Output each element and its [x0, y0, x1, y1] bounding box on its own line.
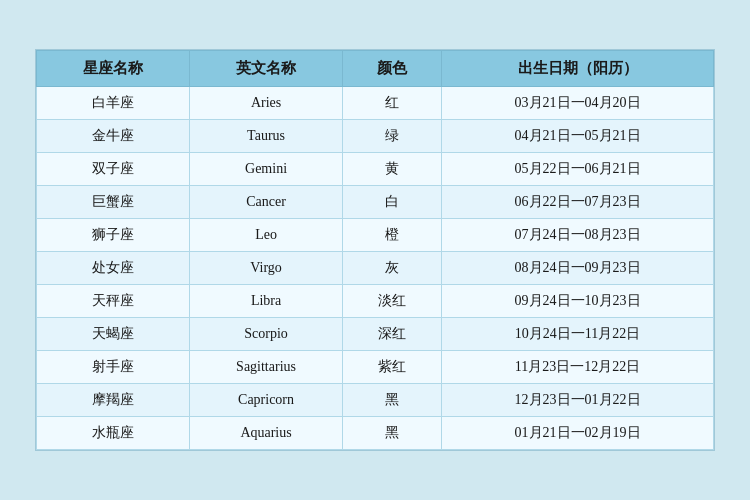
cell-english-name: Gemini [190, 153, 343, 186]
table-body: 白羊座Aries红03月21日一04月20日金牛座Taurus绿04月21日一0… [37, 87, 714, 450]
cell-chinese-name: 天蝎座 [37, 318, 190, 351]
cell-chinese-name: 双子座 [37, 153, 190, 186]
zodiac-table: 星座名称 英文名称 颜色 出生日期（阳历） 白羊座Aries红03月21日一04… [36, 50, 714, 450]
cell-english-name: Aries [190, 87, 343, 120]
table-row: 金牛座Taurus绿04月21日一05月21日 [37, 120, 714, 153]
cell-color: 深红 [343, 318, 442, 351]
cell-color: 黑 [343, 384, 442, 417]
cell-color: 淡红 [343, 285, 442, 318]
header-chinese-name: 星座名称 [37, 51, 190, 87]
cell-dates: 12月23日一01月22日 [442, 384, 714, 417]
header-dates: 出生日期（阳历） [442, 51, 714, 87]
cell-dates: 10月24日一11月22日 [442, 318, 714, 351]
cell-dates: 06月22日一07月23日 [442, 186, 714, 219]
header-english-name: 英文名称 [190, 51, 343, 87]
cell-english-name: Virgo [190, 252, 343, 285]
table-row: 天秤座Libra淡红09月24日一10月23日 [37, 285, 714, 318]
table-row: 水瓶座Aquarius黑01月21日一02月19日 [37, 417, 714, 450]
cell-color: 灰 [343, 252, 442, 285]
cell-chinese-name: 射手座 [37, 351, 190, 384]
cell-english-name: Scorpio [190, 318, 343, 351]
cell-chinese-name: 处女座 [37, 252, 190, 285]
cell-english-name: Libra [190, 285, 343, 318]
table-row: 处女座Virgo灰08月24日一09月23日 [37, 252, 714, 285]
table-header-row: 星座名称 英文名称 颜色 出生日期（阳历） [37, 51, 714, 87]
table-row: 双子座Gemini黄05月22日一06月21日 [37, 153, 714, 186]
cell-chinese-name: 水瓶座 [37, 417, 190, 450]
cell-color: 橙 [343, 219, 442, 252]
cell-chinese-name: 狮子座 [37, 219, 190, 252]
cell-dates: 01月21日一02月19日 [442, 417, 714, 450]
cell-color: 红 [343, 87, 442, 120]
cell-dates: 08月24日一09月23日 [442, 252, 714, 285]
cell-english-name: Aquarius [190, 417, 343, 450]
cell-chinese-name: 白羊座 [37, 87, 190, 120]
cell-color: 黄 [343, 153, 442, 186]
cell-color: 绿 [343, 120, 442, 153]
cell-chinese-name: 天秤座 [37, 285, 190, 318]
main-container: 星座名称 英文名称 颜色 出生日期（阳历） 白羊座Aries红03月21日一04… [35, 49, 715, 451]
cell-dates: 05月22日一06月21日 [442, 153, 714, 186]
table-row: 白羊座Aries红03月21日一04月20日 [37, 87, 714, 120]
cell-english-name: Leo [190, 219, 343, 252]
cell-color: 黑 [343, 417, 442, 450]
table-row: 天蝎座Scorpio深红10月24日一11月22日 [37, 318, 714, 351]
cell-chinese-name: 金牛座 [37, 120, 190, 153]
table-row: 巨蟹座Cancer白06月22日一07月23日 [37, 186, 714, 219]
table-row: 狮子座Leo橙07月24日一08月23日 [37, 219, 714, 252]
cell-english-name: Capricorn [190, 384, 343, 417]
cell-english-name: Cancer [190, 186, 343, 219]
header-color: 颜色 [343, 51, 442, 87]
cell-color: 白 [343, 186, 442, 219]
cell-english-name: Taurus [190, 120, 343, 153]
cell-chinese-name: 摩羯座 [37, 384, 190, 417]
table-row: 射手座Sagittarius紫红11月23日一12月22日 [37, 351, 714, 384]
cell-dates: 09月24日一10月23日 [442, 285, 714, 318]
cell-dates: 03月21日一04月20日 [442, 87, 714, 120]
cell-dates: 04月21日一05月21日 [442, 120, 714, 153]
cell-color: 紫红 [343, 351, 442, 384]
cell-chinese-name: 巨蟹座 [37, 186, 190, 219]
cell-dates: 07月24日一08月23日 [442, 219, 714, 252]
cell-english-name: Sagittarius [190, 351, 343, 384]
cell-dates: 11月23日一12月22日 [442, 351, 714, 384]
table-row: 摩羯座Capricorn黑12月23日一01月22日 [37, 384, 714, 417]
